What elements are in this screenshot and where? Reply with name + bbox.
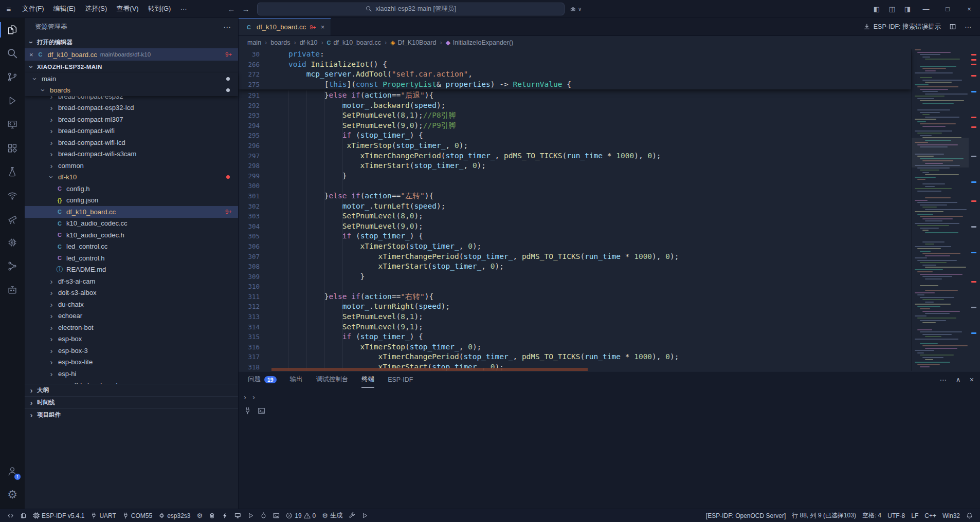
code-line-299[interactable]: 299 } <box>239 171 911 181</box>
code-line-313[interactable]: 313 SetPnumLevel(8,1); <box>239 312 911 322</box>
code-line-294[interactable]: 294 SetPnumLevel(9,0);//P9引脚 <box>239 121 911 131</box>
code-line-296[interactable]: 296 xTimerStop(stop_timer_, 0); <box>239 141 911 151</box>
menu-item-0[interactable]: 文件(F) <box>17 3 49 15</box>
status-uart[interactable]: UART <box>87 509 119 522</box>
tree-item-electron-bot[interactable]: ›electron-bot <box>25 322 238 333</box>
code-line-310[interactable]: 310 <box>239 282 911 292</box>
menu-item-2[interactable]: 选择(S) <box>80 3 112 15</box>
more-actions-icon[interactable]: ⋯ <box>965 23 972 30</box>
command-center-search[interactable]: xiaozhi-esp32-main [管理员] <box>257 3 565 15</box>
code-line-307[interactable]: 307 xTimerChangePeriod(stop_timer_, pdMS… <box>239 252 911 262</box>
tree-item-common[interactable]: ›common <box>25 160 238 172</box>
tree-item-config.json[interactable]: {}config.json <box>25 195 238 207</box>
status-indentation[interactable]: 空格: 4 <box>859 509 884 522</box>
sidebar-section-0[interactable]: ›大纲 <box>25 384 238 396</box>
code-line-311[interactable]: 311 }else if(action=="右转"){ <box>239 292 911 302</box>
layout-panel-button[interactable]: ◫ <box>884 0 900 18</box>
status-language-mode[interactable]: C++ <box>921 509 939 522</box>
close-window-button[interactable]: × <box>958 0 980 18</box>
close-icon[interactable]: × <box>970 376 974 383</box>
open-editor-item[interactable]: × C df_k10_board.cc main\boards\df-k10 9… <box>25 48 238 61</box>
status-flash-device[interactable] <box>219 509 231 522</box>
esp-idf-search-action[interactable]: ESP-IDF: 搜索错误提示 <box>863 23 941 31</box>
panel-tab-问题[interactable]: 问题19 <box>248 371 277 388</box>
status-serial-port[interactable]: COM55 <box>119 509 155 522</box>
panel-tab-终端[interactable]: 终端 <box>361 371 374 388</box>
history-back-icon[interactable]: ← <box>224 5 239 13</box>
status-openocd-server[interactable]: [ESP-IDF: OpenOCD Server] <box>703 509 789 522</box>
status-cursor-position[interactable]: 行 88, 列 9 (已选择103) <box>789 509 859 522</box>
panel-tab-ESP-IDF[interactable]: ESP-IDF <box>388 371 413 388</box>
code-line-30[interactable]: 30 private: <box>239 49 911 60</box>
code-line-297[interactable]: 297 xTimerChangePeriod(stop_timer_, pdMS… <box>239 151 911 161</box>
breadcrumb-main[interactable]: main <box>247 39 261 46</box>
tab-df-k10-board[interactable]: C df_k10_board.cc 9+ × <box>239 18 331 35</box>
code-line-301[interactable]: 301 }else if(action=="左转"){ <box>239 191 911 201</box>
tree-item-boards[interactable]: ›boards <box>25 85 238 97</box>
more-icon[interactable]: ⋯ <box>940 376 947 383</box>
tree-item-bread-compact-wifi-s3cam[interactable]: ›bread-compact-wifi-s3cam <box>25 148 238 160</box>
copilot-menu[interactable]: ∨ <box>570 3 582 15</box>
code-line-300[interactable]: 300 <box>239 181 911 191</box>
layout-sidebar-left-button[interactable]: ◧ <box>869 0 884 18</box>
status-platform[interactable]: Win32 <box>939 509 963 522</box>
activity-remote-explorer[interactable] <box>0 113 25 136</box>
code-editor[interactable]: 30 private:266 void InitializeIot() {272… <box>239 49 980 371</box>
maximize-button[interactable]: □ <box>937 0 958 18</box>
code-line-272[interactable]: 272 mcp_server.AddTool("self.car.action"… <box>239 69 911 80</box>
tab-close-icon[interactable]: × <box>321 23 325 31</box>
tree-item-du-chatx[interactable]: ›du-chatx <box>25 299 238 310</box>
status-build-flash-monitor[interactable] <box>346 509 358 522</box>
minimize-button[interactable]: — <box>915 0 937 18</box>
tree-item-led_control.h[interactable]: Cled_control.h <box>25 252 238 264</box>
tree-item-esp-box-lite[interactable]: ›esp-box-lite <box>25 357 238 368</box>
status-idf-settings[interactable]: ⚙ <box>194 509 206 522</box>
code-line-293[interactable]: 293 SetPnumLevel(8,1);//P8引脚 <box>239 110 911 121</box>
code-line-312[interactable]: 312 motor_.turnRight(speed); <box>239 302 911 312</box>
app-menu-icon[interactable]: ≡ <box>0 5 17 13</box>
history-forward-icon[interactable]: → <box>239 5 253 13</box>
status-monitor-device[interactable] <box>231 509 244 522</box>
breadcrumb-df-k10[interactable]: df-k10 <box>300 39 318 46</box>
code-line-316[interactable]: 316 xTimerStop(stop_timer_, 0); <box>239 342 911 352</box>
activity-extensions[interactable] <box>0 136 25 160</box>
activity-test-flask[interactable] <box>0 160 25 183</box>
code-line-315[interactable]: 315 if (stop_timer_) { <box>239 332 911 342</box>
code-line-266[interactable]: 266 void InitializeIot() { <box>239 60 911 70</box>
tree-item-echoear[interactable]: ›echoear <box>25 310 238 322</box>
activity-run-debug[interactable] <box>0 89 25 113</box>
code-line-306[interactable]: 306 xTimerStop(stop_timer_, 0); <box>239 241 911 252</box>
status-workspace-files[interactable] <box>17 509 30 522</box>
status-build[interactable]: ⚙生成 <box>319 509 346 522</box>
status-full-clean[interactable] <box>206 509 219 522</box>
panel-tab-调试控制台[interactable]: 调试控制台 <box>316 371 349 388</box>
tree-item-esp-s3-lcd-ev-board[interactable]: ›esp-s3-lcd-ev-board <box>25 380 238 384</box>
tree-item-bread-compact-wifi-lcd[interactable]: ›bread-compact-wifi-lcd <box>25 137 238 148</box>
tree-item-bread-compact-ml307[interactable]: ›bread-compact-ml307 <box>25 114 238 125</box>
breadcrumb-InitializeIoExpander()[interactable]: ◆InitializeIoExpander() <box>446 39 514 46</box>
code-line-275[interactable]: 275 [this](const PropertyList& propertie… <box>239 80 911 90</box>
activity-search[interactable] <box>0 42 25 65</box>
tree-item-esp-box[interactable]: ›esp-box <box>25 333 238 345</box>
more-actions-icon[interactable]: ⋯ <box>223 23 231 32</box>
code-line-317[interactable]: 317 xTimerChangePeriod(stop_timer_, pdMS… <box>239 352 911 362</box>
workspace-root-header[interactable]: › XIAOZHI-ESP32-MAIN <box>25 61 238 73</box>
panel-tab-输出[interactable]: 输出 <box>290 371 303 388</box>
status-debug[interactable] <box>244 509 257 522</box>
tree-item-main[interactable]: ›main <box>25 73 238 85</box>
activity-robot[interactable] <box>0 278 25 302</box>
activity-telescope[interactable] <box>0 207 25 231</box>
status-notifications[interactable] <box>963 509 976 522</box>
code-line-302[interactable]: 302 motor_.turnLeft(speed); <box>239 201 911 212</box>
tree-item-k10_audio_codec.h[interactable]: Ck10_audio_codec.h <box>25 229 238 241</box>
code-line-314[interactable]: 314 SetPnumLevel(9,1); <box>239 322 911 332</box>
code-line-303[interactable]: 303 SetPnumLevel(8,0); <box>239 211 911 221</box>
breadcrumb-Df_K10Board[interactable]: ◈Df_K10Board <box>390 39 436 46</box>
status-target-chip[interactable]: esp32s3 <box>155 509 193 522</box>
breadcrumb-df_k10_board.cc[interactable]: Cdf_k10_board.cc <box>327 39 381 46</box>
menu-item-4[interactable]: 转到(G) <box>143 3 176 15</box>
activity-chip-config[interactable] <box>0 231 25 254</box>
open-editors-header[interactable]: › 打开的编辑器 <box>25 36 238 48</box>
code-line-304[interactable]: 304 SetPnumLevel(9,0); <box>239 221 911 232</box>
layout-sidebar-right-button[interactable]: ◨ <box>900 0 915 18</box>
